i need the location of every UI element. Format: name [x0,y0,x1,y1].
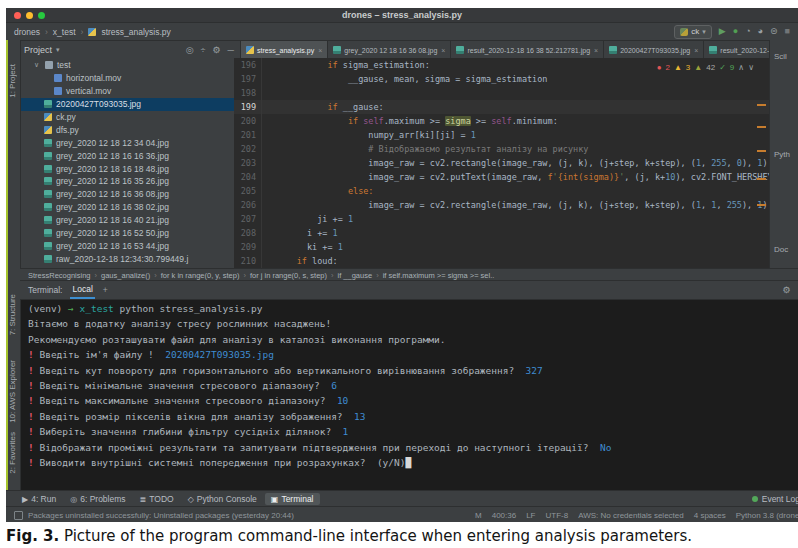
tree-item[interactable]: grey_2020 12 18 16 40 21.jpg [20,214,234,227]
breadcrumb-item[interactable]: gaus_analize() [101,271,150,280]
event-log-status-icon [752,496,758,502]
settings-icon[interactable]: ⚙ [213,45,221,55]
locate-icon[interactable]: ◎ [186,45,194,55]
editor-tab[interactable]: result_2020-12-18 16 38 52.212781.jpg× [451,41,604,59]
concurrency-icon[interactable]: ◕ [758,27,763,36]
project-tree[interactable]: ∨testhorizontal.movvertical.mov20200427T… [20,58,235,269]
editor-tab[interactable]: 20200427T093035.jpg× [604,41,704,59]
toolwindow-icon: ▣ [271,495,279,504]
toolwindow-button-todo[interactable]: ≣TODO [134,493,180,505]
tree-item[interactable]: grey_2020 12 18 12 34 04.jpg [20,136,234,149]
gear-icon[interactable]: ⚙ [783,285,791,295]
tree-item[interactable]: ∨test [20,59,234,72]
tree-item[interactable]: grey_2020 12 18 16 52 50.jpg [20,227,234,240]
next-inspection-icon[interactable]: ∨ [748,63,754,72]
line-number: 207 [234,212,262,226]
editor-tab[interactable]: stress_analysis.py× [241,41,328,59]
run-coverage-icon[interactable]: ● [733,27,738,36]
tree-item-label: grey_2020 12 18 16 52 50.jpg [56,228,169,238]
prev-inspection-icon[interactable]: ∧ [738,63,744,72]
status-item[interactable]: Python 3.8 (drones) [736,511,798,520]
profiler-icon[interactable]: ◔ [745,27,750,36]
tree-item[interactable]: grey_2020 12 18 16 35 26.jpg [20,175,234,188]
run-configuration-selector[interactable]: ck ▾ [674,25,712,39]
toolwindow-button-python-console[interactable]: ◇Python Console [182,493,263,505]
toolwindow-button-scil[interactable]: Scil [774,52,787,61]
tree-item[interactable]: 20200427T093035.jpg [20,98,234,111]
status-item[interactable]: AWS: No credentials selected [578,511,684,520]
debug-icon[interactable]: ⊜ [770,27,778,36]
close-window-icon[interactable] [14,12,21,19]
tree-item[interactable]: raw_2020-12-18 12:34:30.799449.j [20,252,234,265]
breadcrumb-separator: › [376,271,379,280]
weak-warning-icon: ▲ [694,63,702,72]
toolwindow-button-1-project[interactable]: 1: Project [8,64,17,98]
chevron-down-icon[interactable]: ∨ [34,61,41,69]
run-toolbar: ck ▾ ▶●◔◕⊜■ [674,25,790,39]
status-item[interactable]: UTF-8 [546,511,569,520]
status-item[interactable]: 400:36 [492,511,516,520]
new-terminal-icon[interactable]: + [103,285,108,295]
status-message[interactable]: Packages uninstalled successfully: Unins… [28,511,294,520]
close-icon[interactable]: × [694,47,698,54]
image-icon [44,242,52,250]
toolwindow-bar: ▶4: Run◎6: Problems≣TODO◇Python Console▣… [6,490,798,507]
scrollbar-mark [757,178,766,180]
inspections-widget[interactable]: ●2 ▲3 ▲42 ✓9 ∧ ∨ [657,63,754,72]
breadcrumb-item[interactable]: drones [14,27,40,37]
tree-item[interactable]: horizontal.mov [20,72,234,85]
hide-panel-icon[interactable]: ─ [228,45,234,55]
run-icon[interactable]: ▶ [719,27,726,36]
toolwindow-button-terminal[interactable]: ▣Terminal [265,493,320,505]
breadcrumb-item[interactable]: for j in range(0, s, step) [250,271,327,280]
tree-item[interactable]: ck.py [20,111,234,124]
collapse-all-icon[interactable]: ÷ [201,45,206,55]
editor-tab[interactable]: grey_2020 12 18 16 36 08.jpg× [328,41,451,59]
close-icon[interactable]: × [594,47,598,54]
toolbar-actions: ▶●◔◕⊜■ [719,27,790,36]
tree-item[interactable]: grey_2020 12 18 16 38 02.jpg [20,201,234,214]
minimize-window-icon[interactable] [26,12,33,19]
breadcrumb-item[interactable]: StressRecognising [28,271,91,280]
breadcrumb-item[interactable]: for k in range(0, y, step) [161,271,240,280]
status-item[interactable]: 4 spaces [694,511,726,520]
stop-icon[interactable]: ■ [785,27,790,36]
tree-item[interactable]: dfs.py [20,123,234,136]
notification-icon[interactable] [14,511,23,520]
toolwindow-icon: ◇ [188,495,194,504]
zoom-window-icon[interactable] [38,12,45,19]
tree-item-label: grey_2020 12 18 16 36 08.jpg [56,189,169,199]
project-panel-header[interactable]: Project ▾ ◎÷⚙─ [6,41,241,59]
toolwindow-button-pyth[interactable]: Pyth [774,150,790,159]
tree-item[interactable]: grey_2020 12 18 16 16 36.jpg [20,149,234,162]
status-item[interactable]: LF [526,511,535,520]
breadcrumb-item[interactable]: x_test [53,27,76,37]
toolwindow-button-doc[interactable]: Doc [774,245,788,254]
toolwindow-icon: ▶ [22,495,28,504]
breadcrumb-item[interactable]: if __gause [338,271,373,280]
code-text: # Відображаємо результат аналізу на рису… [266,142,588,156]
toolwindow-button-2-favorites[interactable]: 2: Favorites [8,432,17,474]
tree-item-label: grey_2020 12 18 16 18 48.jpg [56,164,169,174]
code-area[interactable]: 196 if sigma_estimation:197 __gause, mea… [234,58,770,268]
tree-item[interactable]: vertical.mov [20,85,234,98]
terminal-output[interactable]: (venv) → x_test python stress_analysis.p… [20,298,798,493]
close-icon[interactable]: × [441,47,445,54]
toolwindow-button-7-structure[interactable]: 7: Structure [8,294,17,335]
code-line: 210 if loud: [234,254,770,268]
image-file-icon [709,46,717,54]
breadcrumb-item[interactable]: if self.maximum >= sigma >= sel.. [383,271,495,280]
event-log-button[interactable]: Event Log [752,494,798,504]
tree-item[interactable]: grey_2020 12 18 16 53 44.jpg [20,239,234,252]
breadcrumb-item[interactable]: stress_analysis.py [101,27,170,37]
terminal-tab-local[interactable]: Local [70,281,94,299]
tree-item[interactable]: grey_2020 12 18 16 18 48.jpg [20,162,234,175]
close-icon[interactable]: × [318,47,322,54]
tree-item[interactable]: grey_2020 12 18 16 36 08.jpg [20,188,234,201]
toolwindow-button-6-problems[interactable]: ◎6: Problems [64,493,131,505]
breadcrumb: drones›x_test›stress_analysis.py [14,27,171,37]
toolwindow-button-4-run[interactable]: ▶4: Run [16,493,62,505]
toolwindow-button-10-aws-explorer[interactable]: 10: AWS Explorer [8,360,17,423]
terminal-line: Рекомендуємо розташувати файл для аналіз… [28,332,798,347]
status-item[interactable]: M [475,511,482,520]
